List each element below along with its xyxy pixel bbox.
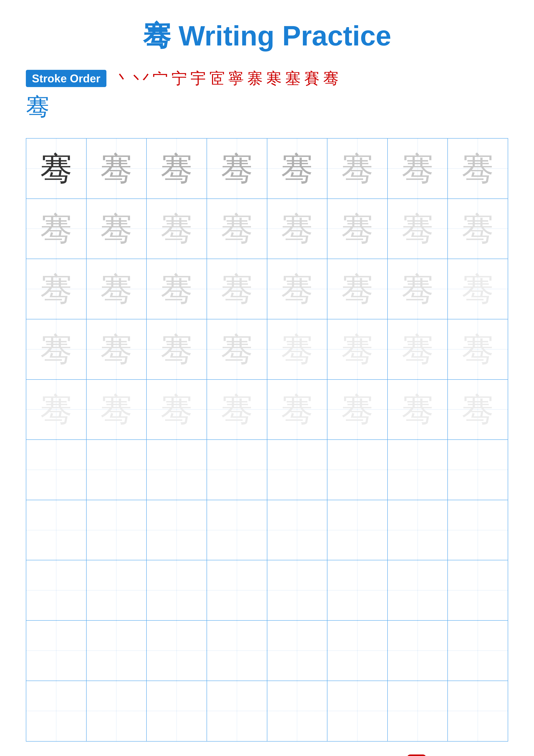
grid-cell-8-3[interactable] xyxy=(207,621,267,681)
grid-cell-9-5[interactable] xyxy=(327,681,388,741)
grid-cell-3-3[interactable]: 骞 xyxy=(207,319,267,380)
cell-char-3-4: 骞 xyxy=(281,333,313,365)
stroke-step-9: 塞 xyxy=(285,68,301,89)
grid-cell-1-3[interactable]: 骞 xyxy=(207,199,267,259)
grid-cell-3-6[interactable]: 骞 xyxy=(388,319,448,380)
grid-row-3: 骞骞骞骞骞骞骞骞 xyxy=(26,319,508,380)
cell-char-1-2: 骞 xyxy=(161,212,193,245)
grid-cell-3-2[interactable]: 骞 xyxy=(147,319,207,380)
grid-row-6 xyxy=(26,500,508,560)
grid-cell-8-7[interactable] xyxy=(448,621,508,681)
grid-cell-2-6[interactable]: 骞 xyxy=(388,259,448,319)
grid-cell-0-2[interactable]: 骞 xyxy=(147,139,207,199)
grid-cell-5-4[interactable] xyxy=(267,440,328,500)
grid-cell-9-7[interactable] xyxy=(448,681,508,741)
grid-cell-4-1[interactable]: 骞 xyxy=(87,380,147,440)
grid-cell-4-5[interactable]: 骞 xyxy=(327,380,388,440)
cell-char-0-2: 骞 xyxy=(161,152,193,185)
grid-cell-2-1[interactable]: 骞 xyxy=(87,259,147,319)
grid-cell-7-2[interactable] xyxy=(147,560,207,621)
stroke-sequence: 丶丷宀宁宇宧寧寨寒塞賽骞 xyxy=(113,68,340,89)
grid-cell-5-2[interactable] xyxy=(147,440,207,500)
grid-cell-8-1[interactable] xyxy=(87,621,147,681)
grid-cell-4-4[interactable]: 骞 xyxy=(267,380,328,440)
grid-cell-7-7[interactable] xyxy=(448,560,508,621)
grid-cell-3-5[interactable]: 骞 xyxy=(327,319,388,380)
grid-cell-8-5[interactable] xyxy=(327,621,388,681)
grid-cell-6-7[interactable] xyxy=(448,500,508,560)
grid-cell-2-2[interactable]: 骞 xyxy=(147,259,207,319)
grid-cell-8-2[interactable] xyxy=(147,621,207,681)
grid-cell-0-3[interactable]: 骞 xyxy=(207,139,267,199)
grid-cell-5-5[interactable] xyxy=(327,440,388,500)
grid-cell-7-4[interactable] xyxy=(267,560,328,621)
grid-cell-7-3[interactable] xyxy=(207,560,267,621)
grid-cell-5-3[interactable] xyxy=(207,440,267,500)
grid-cell-2-0[interactable]: 骞 xyxy=(26,259,87,319)
grid-cell-8-4[interactable] xyxy=(267,621,328,681)
grid-cell-0-1[interactable]: 骞 xyxy=(87,139,147,199)
grid-cell-9-1[interactable] xyxy=(87,681,147,741)
stroke-step-3: 宁 xyxy=(171,68,187,89)
grid-cell-5-7[interactable] xyxy=(448,440,508,500)
grid-cell-0-0[interactable]: 骞 xyxy=(26,139,87,199)
grid-cell-6-6[interactable] xyxy=(388,500,448,560)
cell-char-0-1: 骞 xyxy=(100,152,133,185)
grid-cell-3-0[interactable]: 骞 xyxy=(26,319,87,380)
grid-cell-4-6[interactable]: 骞 xyxy=(388,380,448,440)
grid-cell-3-1[interactable]: 骞 xyxy=(87,319,147,380)
grid-cell-3-4[interactable]: 骞 xyxy=(267,319,328,380)
grid-cell-9-6[interactable] xyxy=(388,681,448,741)
cell-char-4-1: 骞 xyxy=(100,393,133,426)
grid-cell-0-5[interactable]: 骞 xyxy=(327,139,388,199)
grid-cell-4-3[interactable]: 骞 xyxy=(207,380,267,440)
grid-cell-5-6[interactable] xyxy=(388,440,448,500)
grid-cell-9-3[interactable] xyxy=(207,681,267,741)
grid-cell-7-6[interactable] xyxy=(388,560,448,621)
grid-cell-1-5[interactable]: 骞 xyxy=(327,199,388,259)
grid-cell-0-7[interactable]: 骞 xyxy=(448,139,508,199)
grid-cell-8-6[interactable] xyxy=(388,621,448,681)
grid-cell-1-1[interactable]: 骞 xyxy=(87,199,147,259)
grid-cell-1-4[interactable]: 骞 xyxy=(267,199,328,259)
cell-char-4-0: 骞 xyxy=(40,393,72,426)
grid-cell-6-3[interactable] xyxy=(207,500,267,560)
grid-cell-6-5[interactable] xyxy=(327,500,388,560)
main-char-display: 骞 xyxy=(26,91,508,123)
grid-cell-3-7[interactable]: 骞 xyxy=(448,319,508,380)
grid-row-9 xyxy=(26,681,508,741)
grid-cell-2-7[interactable]: 骞 xyxy=(448,259,508,319)
stroke-step-7: 寨 xyxy=(247,68,263,89)
grid-cell-0-4[interactable]: 骞 xyxy=(267,139,328,199)
grid-cell-6-0[interactable] xyxy=(26,500,87,560)
grid-row-2: 骞骞骞骞骞骞骞骞 xyxy=(26,259,508,319)
grid-cell-6-4[interactable] xyxy=(267,500,328,560)
grid-cell-1-6[interactable]: 骞 xyxy=(388,199,448,259)
grid-cell-1-2[interactable]: 骞 xyxy=(147,199,207,259)
grid-cell-4-7[interactable]: 骞 xyxy=(448,380,508,440)
grid-cell-5-0[interactable] xyxy=(26,440,87,500)
grid-cell-5-1[interactable] xyxy=(87,440,147,500)
cell-char-0-5: 骞 xyxy=(341,152,373,185)
stroke-step-1: 丷 xyxy=(134,68,149,89)
grid-cell-6-2[interactable] xyxy=(147,500,207,560)
grid-cell-6-1[interactable] xyxy=(87,500,147,560)
grid-cell-7-0[interactable] xyxy=(26,560,87,621)
grid-cell-4-0[interactable]: 骞 xyxy=(26,380,87,440)
grid-cell-0-6[interactable]: 骞 xyxy=(388,139,448,199)
grid-cell-2-3[interactable]: 骞 xyxy=(207,259,267,319)
grid-cell-2-5[interactable]: 骞 xyxy=(327,259,388,319)
grid-cell-1-7[interactable]: 骞 xyxy=(448,199,508,259)
grid-cell-7-1[interactable] xyxy=(87,560,147,621)
stroke-order-badge: Stroke Order xyxy=(26,70,106,87)
grid-cell-8-0[interactable] xyxy=(26,621,87,681)
grid-cell-2-4[interactable]: 骞 xyxy=(267,259,328,319)
grid-cell-7-5[interactable] xyxy=(327,560,388,621)
grid-cell-4-2[interactable]: 骞 xyxy=(147,380,207,440)
cell-char-0-3: 骞 xyxy=(221,152,253,185)
grid-cell-1-0[interactable]: 骞 xyxy=(26,199,87,259)
grid-cell-9-4[interactable] xyxy=(267,681,328,741)
cell-char-4-5: 骞 xyxy=(341,393,373,426)
grid-cell-9-2[interactable] xyxy=(147,681,207,741)
grid-cell-9-0[interactable] xyxy=(26,681,87,741)
